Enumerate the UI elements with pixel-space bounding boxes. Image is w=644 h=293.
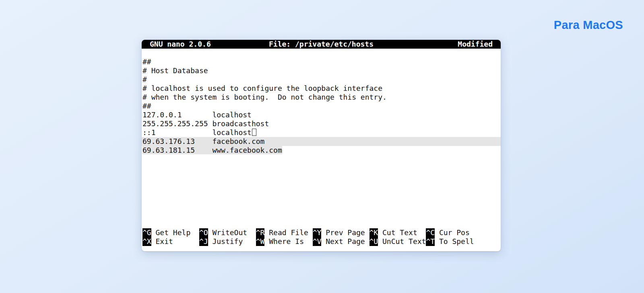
shortcut-row: ^X Exit^J Justify^W Where Is^V Next Page… xyxy=(142,237,501,246)
editor-line-selected: 69.63.181.15 www.facebook.com xyxy=(142,146,501,155)
editor-line-selected: 69.63.176.13 facebook.com xyxy=(142,137,501,146)
editor-line: # Host Database xyxy=(142,66,501,75)
shortcut-bar: ^G Get Help^O WriteOut^R Read File^Y Pre… xyxy=(142,228,501,246)
editor-line: # xyxy=(142,75,501,84)
shortcut-ctrl-v: ^V Next Page xyxy=(313,237,369,246)
shortcut-row: ^G Get Help^O WriteOut^R Read File^Y Pre… xyxy=(142,228,501,237)
shortcut-ctrl-c: ^C Cur Pos xyxy=(426,228,469,237)
selected-text: 69.63.181.15 www.facebook.com xyxy=(142,146,282,154)
shortcut-ctrl-w: ^W Where Is xyxy=(256,237,313,246)
editor-line: ## xyxy=(142,102,501,111)
editor-line: ## xyxy=(142,57,501,66)
editor-line: # localhost is used to configure the loo… xyxy=(142,84,501,93)
editor-line xyxy=(142,49,501,57)
shortcut-key-badge: ^U xyxy=(369,237,378,246)
modified-status: Modified xyxy=(374,40,493,49)
shortcut-label: Get Help xyxy=(151,228,191,237)
editor-content-area[interactable]: ### Host Database## localhost is used to… xyxy=(142,49,501,155)
text-cursor xyxy=(252,129,256,136)
shortcut-key-badge: ^G xyxy=(142,228,151,237)
nano-version-label: GNU nano 2.0.6 xyxy=(150,40,269,49)
shortcut-label: Prev Page xyxy=(321,228,365,237)
shortcut-label: Exit xyxy=(151,237,173,246)
shortcut-label: Read File xyxy=(264,228,308,237)
shortcut-label: Justify xyxy=(208,237,243,246)
shortcut-key-badge: ^R xyxy=(256,228,265,237)
shortcut-ctrl-k: ^K Cut Text xyxy=(369,228,426,237)
shortcut-key-badge: ^O xyxy=(199,228,208,237)
shortcut-key-badge: ^K xyxy=(369,228,378,237)
terminal-window: GNU nano 2.0.6 File: /private/etc/hosts … xyxy=(142,40,501,251)
shortcut-key-badge: ^X xyxy=(142,237,151,246)
shortcut-ctrl-o: ^O WriteOut xyxy=(199,228,256,237)
platform-label: Para MacOS xyxy=(554,18,623,32)
shortcut-label: Cut Text xyxy=(378,228,417,237)
shortcut-label: Cur Pos xyxy=(435,228,470,237)
shortcut-ctrl-g: ^G Get Help xyxy=(142,228,199,237)
editor-line: # when the system is booting. Do not cha… xyxy=(142,93,501,102)
shortcut-label: Where Is xyxy=(264,237,304,246)
shortcut-key-badge: ^V xyxy=(313,237,322,246)
editor-line: 255.255.255.255 broadcasthost xyxy=(142,119,501,128)
shortcut-ctrl-j: ^J Justify xyxy=(199,237,256,246)
shortcut-ctrl-y: ^Y Prev Page xyxy=(313,228,369,237)
shortcut-ctrl-r: ^R Read File xyxy=(256,228,313,237)
shortcut-key-badge: ^W xyxy=(256,237,265,246)
shortcut-label: UnCut Text xyxy=(378,237,426,246)
shortcut-label: Next Page xyxy=(321,237,365,246)
shortcut-ctrl-t: ^T To Spell xyxy=(426,237,474,246)
editor-line: ::1 localhost xyxy=(142,128,501,137)
shortcut-key-badge: ^T xyxy=(426,237,435,246)
editor-line: 127.0.0.1 localhost xyxy=(142,111,501,119)
nano-title-bar: GNU nano 2.0.6 File: /private/etc/hosts … xyxy=(142,40,501,49)
shortcut-label: To Spell xyxy=(435,237,474,246)
shortcut-ctrl-u: ^U UnCut Text xyxy=(369,237,426,246)
shortcut-ctrl-x: ^X Exit xyxy=(142,237,199,246)
shortcut-key-badge: ^Y xyxy=(313,228,322,237)
file-path-label: File: /private/etc/hosts xyxy=(269,40,374,49)
shortcut-key-badge: ^C xyxy=(426,228,435,237)
shortcut-key-badge: ^J xyxy=(199,237,208,246)
shortcut-label: WriteOut xyxy=(208,228,248,237)
